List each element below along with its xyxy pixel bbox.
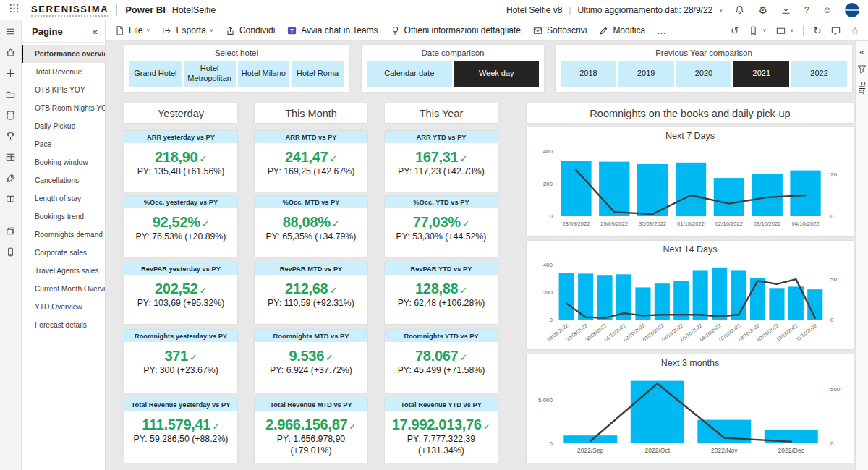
option-2021[interactable]: 2021: [733, 61, 789, 87]
option-week-day[interactable]: Week day: [454, 61, 540, 87]
kpi-card-title: RevPAR YTD vs PY: [385, 262, 498, 275]
sidebar-item-corporate-sales[interactable]: Corporate sales: [22, 244, 105, 262]
pages-title: Pagine: [32, 26, 63, 37]
option-calendar-date[interactable]: Calendar date: [367, 61, 452, 87]
kpi-value: 78.067✓: [385, 349, 498, 363]
toolbar-esporta[interactable]: Esporta∨: [161, 25, 213, 36]
sidebar-item-forecast-details[interactable]: Forecast details: [22, 316, 105, 334]
sidebar-item-otb-room-nights-yoy[interactable]: OTB Room Nights YOY: [22, 99, 105, 117]
last-update-label[interactable]: Ultimo aggiornamento dati: 28/9/22: [578, 5, 713, 15]
notifications-icon[interactable]: [734, 4, 745, 15]
separator: |: [569, 5, 571, 15]
help-icon[interactable]: ?: [804, 6, 809, 14]
data-hub-icon[interactable]: [5, 110, 16, 121]
sidebar-item-pace[interactable]: Pace: [22, 135, 105, 153]
workspace-name[interactable]: HotelSelfie: [172, 5, 216, 15]
option-grand-hotel[interactable]: Grand Hotel: [129, 61, 182, 87]
toolbar-star[interactable]: ☆: [851, 26, 859, 35]
download-icon[interactable]: [780, 4, 791, 15]
toolbar-more[interactable]: …: [657, 26, 666, 35]
option-hotel-metropolitan[interactable]: Hotel Metropolitan: [184, 61, 236, 87]
create-icon[interactable]: [5, 68, 16, 79]
kpi-value: 17.992.013,76✓: [385, 417, 498, 432]
toolbar-label: Ottieni informazioni dettagliate: [404, 25, 521, 35]
subscribe-icon: [532, 25, 543, 36]
kpi-value: 202,52✓: [124, 281, 237, 296]
slicer-title: Date comparison: [367, 48, 539, 57]
bookmark-icon: [748, 25, 759, 36]
refresh-icon: ↻: [813, 26, 821, 35]
option-hotel-milano[interactable]: Hotel Milano: [238, 61, 290, 87]
toolbar-condividi[interactable]: Condividi: [225, 25, 275, 36]
toolbar-comment[interactable]: [830, 25, 841, 36]
kpi-card-title: Roomnights MTD vs PY: [255, 330, 367, 342]
svg-text:03/10/2022: 03/10/2022: [754, 221, 781, 227]
sidebar-item-travel-agents-sales[interactable]: Travel Agents sales: [22, 262, 105, 280]
browse-icon[interactable]: [5, 89, 16, 100]
chart-title: Next 7 Days: [527, 131, 854, 144]
menu-icon[interactable]: [5, 26, 16, 37]
kpi-previous-year: PY: 300 (+23.67%): [124, 365, 237, 377]
kpi-card-title: Total Revenue YTD vs PY: [385, 398, 498, 411]
sidebar-item-ytd-overview[interactable]: YTD Overview: [22, 298, 105, 316]
avatar[interactable]: [845, 3, 859, 17]
toolbar-ottieni-informazioni-dettagliate[interactable]: Ottieni informazioni dettagliate: [390, 25, 521, 36]
option-2018[interactable]: 2018: [561, 61, 616, 87]
expand-filters-icon[interactable]: «: [859, 47, 864, 57]
chevron-down-icon[interactable]: ∨: [719, 7, 723, 13]
kpi-value: 2.966.156,87✓: [255, 417, 367, 432]
sidebar-item-current-month-overview[interactable]: Current Month Overview: [22, 280, 105, 298]
kpi-value-number: 92,52%: [153, 214, 200, 230]
settings-icon[interactable]: ⚙: [758, 5, 767, 15]
kpi-value-number: 202,52: [155, 281, 197, 296]
collapse-pages-icon[interactable]: «: [93, 26, 98, 37]
toolbar-view[interactable]: ∨: [775, 25, 793, 36]
option-2020[interactable]: 2020: [676, 61, 732, 87]
kpi-card-title: ARR MTD vs PY: [255, 131, 367, 143]
toolbar-refresh[interactable]: ↻: [813, 26, 821, 35]
check-icon: ✓: [199, 285, 207, 296]
toolbar-label: Sottoscrivi: [547, 25, 587, 35]
sidebar-item-cancellations[interactable]: Cancellations: [22, 171, 105, 189]
sidebar-item-booking-window[interactable]: Booking window: [22, 153, 105, 171]
kpi-card-title: Total Revenue MTD vs PY: [255, 398, 367, 411]
apps-icon[interactable]: [5, 152, 16, 163]
top-bar-icons: ⚙?☺: [734, 3, 859, 17]
sidebar-item-otb-kpis-yoy[interactable]: OTB KPIs YOY: [22, 81, 105, 99]
option-2022[interactable]: 2022: [791, 61, 847, 87]
sidebar-item-total-revenue[interactable]: Total Revenue: [22, 63, 105, 81]
undo-icon: ↺: [731, 26, 739, 35]
kpi-card-arr-mtd-vs-py: ARR MTD vs PY241,47✓PY: 169,25 (+42.67%): [255, 131, 367, 192]
deployment-pipelines-icon[interactable]: [5, 173, 16, 184]
filter-icon[interactable]: [856, 64, 867, 74]
kpi-value: 77,03%✓: [385, 215, 498, 229]
workspaces-icon[interactable]: [5, 226, 16, 236]
toolbar-avvia-chat-in-teams[interactable]: TAvvia chat in Teams: [286, 25, 378, 36]
toolbar-modifica[interactable]: Modifica: [598, 25, 645, 36]
learn-icon[interactable]: [5, 194, 16, 205]
kpi-card-revpar-mtd-vs-py: RevPAR MTD vs PY212,68✓PY: 110,59 (+92.3…: [255, 262, 367, 324]
sidebar-item-performance-overview[interactable]: Performance overview: [22, 45, 105, 63]
sidebar-item-length-of-stay[interactable]: Length of stay: [22, 189, 105, 208]
option-hotel-roma[interactable]: Hotel Roma: [292, 61, 344, 87]
kpi-previous-year: PY: 76,53% (+20.89%): [124, 231, 237, 243]
kpi-card-title: Roomnights YTD vs PY: [385, 330, 498, 342]
sidebar-item-daily-pickup[interactable]: Daily Pickup: [22, 117, 105, 135]
sidebar-item-roomnights-demand[interactable]: Roomnights demand: [22, 226, 105, 244]
app-launcher-button[interactable]: [9, 3, 20, 17]
toolbar-undo[interactable]: ↺: [731, 26, 739, 35]
my-workspace-icon[interactable]: [5, 247, 16, 257]
feedback-icon[interactable]: ☺: [822, 5, 832, 14]
sidebar-item-bookings-trend[interactable]: Bookings trend: [22, 208, 105, 226]
kpi-value-number: 17.992.013,76: [392, 416, 482, 432]
toolbar-label: Esporta: [176, 25, 205, 35]
home-icon[interactable]: [5, 47, 16, 58]
kpi-card-total-revenue-ytd-vs-py: Total Revenue YTD vs PY17.992.013,76✓PY:…: [385, 398, 498, 463]
toolbar-sottoscrivi[interactable]: Sottoscrivi: [532, 25, 587, 36]
toolbar-file[interactable]: File∨: [114, 25, 150, 36]
svg-text:30/09/2022: 30/09/2022: [639, 221, 666, 227]
chart-title: Next 14 Days: [527, 244, 854, 257]
metrics-icon[interactable]: [5, 131, 16, 142]
toolbar-bookmark[interactable]: ∨: [748, 25, 766, 36]
option-2019[interactable]: 2019: [618, 61, 674, 87]
